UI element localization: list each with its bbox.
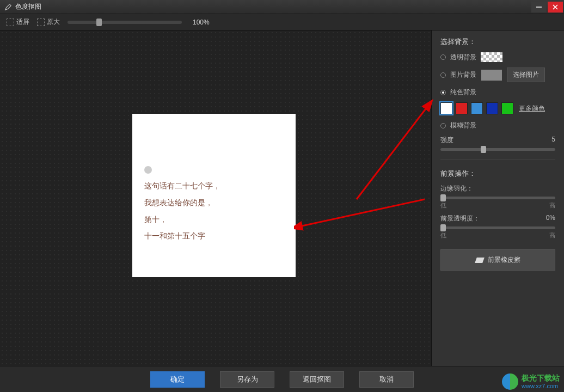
radio-transparent-bg[interactable]: 透明背景 (440, 52, 555, 62)
canvas-area[interactable]: 这句话有二十七个字， 我想表达给你的是， 第十， 十一和第十五个字 (0, 30, 431, 366)
fit-icon (7, 19, 14, 26)
radio-blur-bg[interactable]: 模糊背景 (440, 121, 555, 130)
intensity-slider-block: 强度 5 (440, 136, 555, 151)
transparent-label: 透明背景 (450, 53, 476, 62)
toolbar: 适屏 原大 100% (0, 14, 564, 30)
minimize-icon (536, 4, 542, 10)
minimize-button[interactable] (531, 2, 547, 13)
color-swatch-green[interactable] (501, 102, 513, 114)
original-icon (37, 19, 45, 26)
watermark-logo-icon (502, 373, 518, 390)
radio-icon (440, 54, 446, 60)
close-button[interactable] (548, 2, 563, 13)
eraser-label: 前景橡皮擦 (488, 255, 520, 265)
slider-thumb[interactable] (481, 146, 486, 153)
high-label: 高 (549, 201, 555, 210)
zoom-slider[interactable] (68, 21, 182, 24)
text-line: 十一和第十五个字 (144, 228, 284, 245)
radio-icon (440, 72, 446, 78)
radio-icon (440, 90, 446, 95)
intensity-slider[interactable] (440, 148, 555, 151)
intensity-value: 5 (551, 136, 555, 145)
radio-image-bg[interactable]: 图片背景 选择图片 (440, 68, 555, 82)
close-icon (553, 4, 558, 10)
text-line: 第十， (144, 212, 284, 229)
more-colors-link[interactable]: 更多颜色 (519, 104, 545, 113)
window-title: 色度抠图 (15, 2, 531, 11)
image-bg-swatch (481, 69, 502, 81)
feather-label: 边缘羽化： (440, 184, 473, 193)
feather-slider[interactable] (440, 197, 555, 199)
slider-thumb[interactable] (440, 224, 446, 231)
image-bg-label: 图片背景 (450, 70, 476, 79)
intensity-label: 强度 (440, 136, 453, 145)
ok-button[interactable]: 确定 (150, 371, 205, 388)
svg-line-1 (299, 199, 425, 226)
text-line: 这句话有二十七个字， (144, 178, 284, 195)
bird-icon (144, 166, 152, 174)
back-button[interactable]: 返回抠图 (290, 371, 344, 388)
blur-bg-label: 模糊背景 (450, 121, 476, 130)
color-swatch-red[interactable] (456, 102, 468, 114)
slider-thumb[interactable] (440, 194, 446, 201)
low-label: 低 (440, 231, 446, 240)
watermark: 极光下载站 www.xz7.com (502, 373, 560, 390)
solid-bg-label: 纯色背景 (450, 88, 476, 97)
transparent-swatch (481, 52, 502, 62)
bg-section-title: 选择背景： (440, 37, 555, 47)
annotation-arrow (294, 194, 436, 275)
radio-solid-bg[interactable]: 纯色背景 (440, 88, 555, 97)
preview-image: 这句话有二十七个字， 我想表达给你的是， 第十， 十一和第十五个字 (132, 114, 296, 277)
footer: 确定 另存为 返回抠图 取消 (0, 366, 564, 392)
opacity-label: 前景透明度： (440, 214, 480, 223)
save-as-button[interactable]: 另存为 (220, 371, 274, 388)
fit-screen-button[interactable]: 适屏 (7, 17, 29, 27)
pen-icon (4, 3, 12, 11)
sidebar: 选择背景： 透明背景 图片背景 选择图片 纯色背景 更多颜色 模糊背景 (431, 30, 564, 366)
opacity-slider-block: 前景透明度： 0% 低 高 (440, 214, 555, 240)
cancel-button[interactable]: 取消 (359, 371, 414, 388)
foreground-eraser-button[interactable]: 前景橡皮擦 (440, 249, 555, 271)
choose-image-button[interactable]: 选择图片 (507, 68, 545, 82)
feather-slider-block: 边缘羽化： 低 高 (440, 184, 555, 210)
low-label: 低 (440, 201, 446, 210)
color-swatch-blue[interactable] (486, 102, 498, 114)
color-swatch-row: 更多颜色 (440, 102, 555, 114)
divider (440, 160, 555, 160)
fit-label: 适屏 (16, 17, 29, 27)
fg-section-title: 前景操作： (440, 169, 555, 179)
svg-line-2 (357, 107, 427, 199)
opacity-value: 0% (546, 214, 555, 223)
color-swatch-lightblue[interactable] (471, 102, 483, 114)
text-line: 我想表达给你的是， (144, 195, 284, 212)
titlebar: 色度抠图 (0, 0, 564, 14)
annotation-arrow (338, 96, 446, 205)
svg-rect-0 (536, 7, 542, 8)
high-label: 高 (549, 231, 555, 240)
original-label: 原大 (47, 17, 60, 27)
color-swatch-white[interactable] (440, 102, 452, 114)
zoom-thumb[interactable] (96, 19, 102, 26)
watermark-url: www.xz7.com (522, 383, 560, 390)
radio-icon (440, 123, 446, 128)
watermark-name: 极光下载站 (522, 373, 560, 383)
original-size-button[interactable]: 原大 (37, 17, 60, 27)
zoom-value: 100% (193, 19, 210, 26)
eraser-icon (475, 258, 485, 263)
opacity-slider[interactable] (440, 226, 555, 229)
